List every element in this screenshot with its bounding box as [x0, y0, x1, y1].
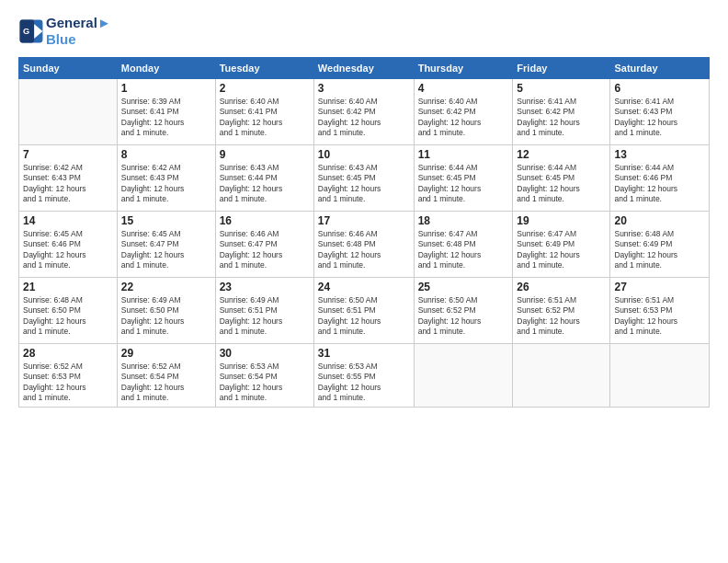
- calendar-cell: 11Sunrise: 6:44 AM Sunset: 6:45 PM Dayli…: [414, 145, 513, 212]
- day-number: 20: [614, 214, 705, 227]
- weekday-header-monday: Monday: [117, 58, 215, 79]
- day-info: Sunrise: 6:52 AM Sunset: 6:53 PM Dayligh…: [23, 362, 113, 404]
- calendar-cell: [19, 79, 118, 145]
- day-number: 22: [121, 281, 211, 293]
- week-row-2: 7Sunrise: 6:42 AM Sunset: 6:43 PM Daylig…: [19, 145, 710, 212]
- day-info: Sunrise: 6:46 AM Sunset: 6:47 PM Dayligh…: [220, 229, 310, 271]
- day-number: 12: [517, 148, 606, 161]
- weekday-header-row: SundayMondayTuesdayWednesdayThursdayFrid…: [19, 58, 710, 79]
- day-info: Sunrise: 6:44 AM Sunset: 6:46 PM Dayligh…: [614, 163, 705, 205]
- day-number: 5: [517, 82, 606, 95]
- day-info: Sunrise: 6:47 AM Sunset: 6:48 PM Dayligh…: [418, 229, 509, 271]
- day-info: Sunrise: 6:44 AM Sunset: 6:45 PM Dayligh…: [517, 163, 606, 205]
- day-info: Sunrise: 6:52 AM Sunset: 6:54 PM Dayligh…: [121, 362, 211, 404]
- calendar-cell: 12Sunrise: 6:44 AM Sunset: 6:45 PM Dayli…: [513, 145, 610, 212]
- calendar-cell: 8Sunrise: 6:42 AM Sunset: 6:43 PM Daylig…: [117, 145, 215, 212]
- calendar-cell: 16Sunrise: 6:46 AM Sunset: 6:47 PM Dayli…: [215, 212, 313, 278]
- day-number: 2: [220, 82, 310, 95]
- calendar-cell: [414, 344, 513, 408]
- day-info: Sunrise: 6:41 AM Sunset: 6:43 PM Dayligh…: [614, 97, 705, 139]
- calendar-cell: 13Sunrise: 6:44 AM Sunset: 6:46 PM Dayli…: [610, 145, 710, 212]
- calendar-cell: 15Sunrise: 6:45 AM Sunset: 6:47 PM Dayli…: [117, 212, 215, 278]
- day-info: Sunrise: 6:39 AM Sunset: 6:41 PM Dayligh…: [121, 97, 211, 139]
- calendar-cell: 17Sunrise: 6:46 AM Sunset: 6:48 PM Dayli…: [313, 212, 414, 278]
- day-number: 16: [220, 214, 310, 227]
- calendar-cell: 1Sunrise: 6:39 AM Sunset: 6:41 PM Daylig…: [117, 79, 215, 145]
- day-number: 13: [614, 148, 705, 161]
- day-number: 17: [318, 214, 410, 227]
- day-info: Sunrise: 6:40 AM Sunset: 6:42 PM Dayligh…: [318, 97, 410, 139]
- day-number: 10: [318, 148, 410, 161]
- day-info: Sunrise: 6:44 AM Sunset: 6:45 PM Dayligh…: [418, 163, 509, 205]
- calendar-cell: 24Sunrise: 6:50 AM Sunset: 6:51 PM Dayli…: [313, 278, 414, 344]
- day-number: 31: [318, 347, 410, 360]
- calendar-cell: 20Sunrise: 6:48 AM Sunset: 6:49 PM Dayli…: [610, 212, 710, 278]
- calendar-cell: 23Sunrise: 6:49 AM Sunset: 6:51 PM Dayli…: [215, 278, 313, 344]
- day-number: 15: [121, 214, 211, 227]
- day-info: Sunrise: 6:42 AM Sunset: 6:43 PM Dayligh…: [121, 163, 211, 205]
- day-info: Sunrise: 6:48 AM Sunset: 6:50 PM Dayligh…: [23, 295, 113, 338]
- calendar-cell: 28Sunrise: 6:52 AM Sunset: 6:53 PM Dayli…: [19, 344, 118, 408]
- weekday-header-friday: Friday: [513, 58, 610, 79]
- calendar-cell: 21Sunrise: 6:48 AM Sunset: 6:50 PM Dayli…: [19, 278, 118, 344]
- weekday-header-tuesday: Tuesday: [215, 58, 313, 79]
- day-info: Sunrise: 6:51 AM Sunset: 6:52 PM Dayligh…: [517, 295, 606, 338]
- weekday-header-wednesday: Wednesday: [313, 58, 414, 79]
- calendar-cell: 26Sunrise: 6:51 AM Sunset: 6:52 PM Dayli…: [513, 278, 610, 344]
- day-number: 6: [614, 82, 705, 95]
- day-info: Sunrise: 6:50 AM Sunset: 6:51 PM Dayligh…: [318, 295, 410, 338]
- logo: G General► Blue: [18, 15, 111, 48]
- day-info: Sunrise: 6:45 AM Sunset: 6:47 PM Dayligh…: [121, 229, 211, 271]
- day-number: 7: [23, 148, 113, 161]
- week-row-1: 1Sunrise: 6:39 AM Sunset: 6:41 PM Daylig…: [19, 79, 710, 145]
- day-info: Sunrise: 6:51 AM Sunset: 6:53 PM Dayligh…: [614, 295, 705, 338]
- day-info: Sunrise: 6:46 AM Sunset: 6:48 PM Dayligh…: [318, 229, 410, 271]
- calendar-cell: 18Sunrise: 6:47 AM Sunset: 6:48 PM Dayli…: [414, 212, 513, 278]
- day-info: Sunrise: 6:49 AM Sunset: 6:51 PM Dayligh…: [220, 295, 310, 338]
- week-row-5: 28Sunrise: 6:52 AM Sunset: 6:53 PM Dayli…: [19, 344, 710, 408]
- calendar-cell: 6Sunrise: 6:41 AM Sunset: 6:43 PM Daylig…: [610, 79, 710, 145]
- day-number: 26: [517, 281, 606, 293]
- day-number: 3: [318, 82, 410, 95]
- day-info: Sunrise: 6:40 AM Sunset: 6:42 PM Dayligh…: [418, 97, 509, 139]
- calendar-cell: 25Sunrise: 6:50 AM Sunset: 6:52 PM Dayli…: [414, 278, 513, 344]
- calendar-cell: 4Sunrise: 6:40 AM Sunset: 6:42 PM Daylig…: [414, 79, 513, 145]
- calendar-cell: 7Sunrise: 6:42 AM Sunset: 6:43 PM Daylig…: [19, 145, 118, 212]
- calendar-cell: 29Sunrise: 6:52 AM Sunset: 6:54 PM Dayli…: [117, 344, 215, 408]
- day-number: 19: [517, 214, 606, 227]
- day-number: 9: [220, 148, 310, 161]
- calendar-cell: 31Sunrise: 6:53 AM Sunset: 6:55 PM Dayli…: [313, 344, 414, 408]
- calendar-cell: 5Sunrise: 6:41 AM Sunset: 6:42 PM Daylig…: [513, 79, 610, 145]
- week-row-4: 21Sunrise: 6:48 AM Sunset: 6:50 PM Dayli…: [19, 278, 710, 344]
- day-info: Sunrise: 6:50 AM Sunset: 6:52 PM Dayligh…: [418, 295, 509, 338]
- day-number: 8: [121, 148, 211, 161]
- day-number: 18: [418, 214, 509, 227]
- weekday-header-sunday: Sunday: [19, 58, 118, 79]
- week-row-3: 14Sunrise: 6:45 AM Sunset: 6:46 PM Dayli…: [19, 212, 710, 278]
- svg-text:G: G: [23, 27, 29, 36]
- day-info: Sunrise: 6:45 AM Sunset: 6:46 PM Dayligh…: [23, 229, 113, 271]
- logo-icon: G: [18, 18, 44, 44]
- day-info: Sunrise: 6:53 AM Sunset: 6:54 PM Dayligh…: [220, 362, 310, 404]
- calendar-cell: 19Sunrise: 6:47 AM Sunset: 6:49 PM Dayli…: [513, 212, 610, 278]
- calendar-cell: 2Sunrise: 6:40 AM Sunset: 6:41 PM Daylig…: [215, 79, 313, 145]
- logo-line1: General►: [46, 15, 111, 31]
- day-info: Sunrise: 6:42 AM Sunset: 6:43 PM Dayligh…: [23, 163, 113, 205]
- weekday-header-thursday: Thursday: [414, 58, 513, 79]
- day-info: Sunrise: 6:53 AM Sunset: 6:55 PM Dayligh…: [318, 362, 410, 404]
- calendar-cell: 27Sunrise: 6:51 AM Sunset: 6:53 PM Dayli…: [610, 278, 710, 344]
- weekday-header-saturday: Saturday: [610, 58, 710, 79]
- day-number: 11: [418, 148, 509, 161]
- day-info: Sunrise: 6:40 AM Sunset: 6:41 PM Dayligh…: [220, 97, 310, 139]
- calendar-cell: 22Sunrise: 6:49 AM Sunset: 6:50 PM Dayli…: [117, 278, 215, 344]
- calendar-cell: 10Sunrise: 6:43 AM Sunset: 6:45 PM Dayli…: [313, 145, 414, 212]
- calendar-cell: 3Sunrise: 6:40 AM Sunset: 6:42 PM Daylig…: [313, 79, 414, 145]
- calendar-cell: 9Sunrise: 6:43 AM Sunset: 6:44 PM Daylig…: [215, 145, 313, 212]
- calendar-cell: [610, 344, 710, 408]
- day-info: Sunrise: 6:41 AM Sunset: 6:42 PM Dayligh…: [517, 97, 606, 139]
- day-number: 28: [23, 347, 113, 360]
- day-info: Sunrise: 6:43 AM Sunset: 6:45 PM Dayligh…: [318, 163, 410, 205]
- calendar-table: SundayMondayTuesdayWednesdayThursdayFrid…: [18, 57, 710, 408]
- day-number: 4: [418, 82, 509, 95]
- page: G General► Blue SundayMondayTuesdayWedne…: [0, 0, 728, 563]
